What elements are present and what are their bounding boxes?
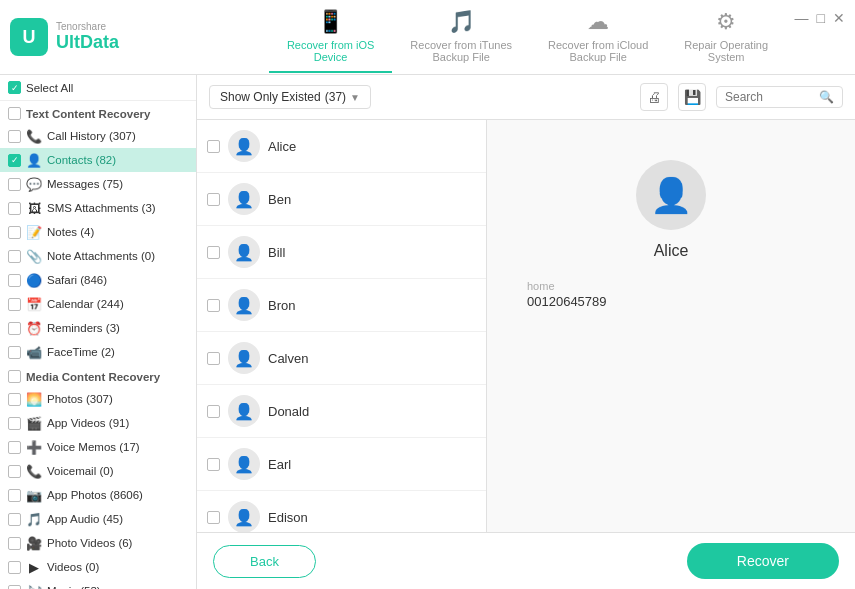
select-all-item[interactable]: ✓ Select All (0, 75, 196, 101)
contact-row-edison[interactable]: 👤 Edison (197, 491, 486, 532)
show-only-button[interactable]: Show Only Existed (37) ▼ (209, 85, 371, 109)
sidebar-item-photo-videos[interactable]: 🎥 Photo Videos (6) (0, 531, 196, 555)
app-photos-checkbox[interactable] (8, 489, 21, 502)
tab-repair[interactable]: ⚙ Repair OperatingSystem (666, 1, 786, 73)
export-icon: 💾 (684, 89, 701, 105)
contact-row-alice[interactable]: 👤 Alice (197, 120, 486, 173)
note-attach-checkbox[interactable] (8, 250, 21, 263)
reminders-label: Reminders (3) (47, 322, 120, 334)
sidebar-item-photos[interactable]: 🌅 Photos (307) (0, 387, 196, 411)
tab-icloud[interactable]: ☁ Recover from iCloudBackup File (530, 1, 666, 73)
contact-bron-checkbox[interactable] (207, 299, 220, 312)
tab-ios[interactable]: 📱 Recover from iOSDevice (269, 1, 392, 73)
videos-label: Videos (0) (47, 561, 99, 573)
maximize-button[interactable]: □ (817, 10, 825, 26)
notes-icon: 📝 (26, 224, 42, 240)
sidebar-item-contacts[interactable]: ✓ 👤 Contacts (82) (0, 148, 196, 172)
main-layout: ✓ Select All Text Content Recovery 📞 Cal… (0, 75, 855, 589)
back-button[interactable]: Back (213, 545, 316, 578)
voice-memos-checkbox[interactable] (8, 441, 21, 454)
voicemail-checkbox[interactable] (8, 465, 21, 478)
sidebar-item-calendar[interactable]: 📅 Calendar (244) (0, 292, 196, 316)
contacts-checkbox[interactable]: ✓ (8, 154, 21, 167)
sidebar-item-call-history[interactable]: 📞 Call History (307) (0, 124, 196, 148)
header: U Tenorshare UltData 📱 Recover from iOSD… (0, 0, 855, 75)
sidebar-item-videos[interactable]: ▶ Videos (0) (0, 555, 196, 579)
app-videos-icon: 🎬 (26, 415, 42, 431)
sidebar-item-facetime[interactable]: 📹 FaceTime (2) (0, 340, 196, 364)
contact-calven-avatar: 👤 (228, 342, 260, 374)
sidebar-item-sms-attachments[interactable]: 🖼 SMS Attachments (3) (0, 196, 196, 220)
recover-button[interactable]: Recover (687, 543, 839, 579)
messages-icon: 💬 (26, 176, 42, 192)
safari-label: Safari (846) (47, 274, 107, 286)
close-button[interactable]: ✕ (833, 10, 845, 26)
voice-memos-icon: ➕ (26, 439, 42, 455)
call-history-checkbox[interactable] (8, 130, 21, 143)
sidebar-item-app-audio[interactable]: 🎵 App Audio (45) (0, 507, 196, 531)
select-all-checkbox[interactable]: ✓ (8, 81, 21, 94)
contact-row-earl[interactable]: 👤 Earl (197, 438, 486, 491)
contact-bill-checkbox[interactable] (207, 246, 220, 259)
contact-ben-checkbox[interactable] (207, 193, 220, 206)
contact-row-bill[interactable]: 👤 Bill (197, 226, 486, 279)
print-button[interactable]: 🖨 (640, 83, 668, 111)
voice-memos-label: Voice Memos (17) (47, 441, 140, 453)
photo-videos-icon: 🎥 (26, 535, 42, 551)
voicemail-label: Voicemail (0) (47, 465, 113, 477)
contact-row-bron[interactable]: 👤 Bron (197, 279, 486, 332)
contact-earl-checkbox[interactable] (207, 458, 220, 471)
messages-checkbox[interactable] (8, 178, 21, 191)
sidebar-item-note-attachments[interactable]: 📎 Note Attachments (0) (0, 244, 196, 268)
contact-bron-name: Bron (268, 298, 295, 313)
sidebar-item-voicemail[interactable]: 📞 Voicemail (0) (0, 459, 196, 483)
music-checkbox[interactable] (8, 585, 21, 590)
sms-attach-checkbox[interactable] (8, 202, 21, 215)
photos-checkbox[interactable] (8, 393, 21, 406)
sidebar-item-app-photos[interactable]: 📷 App Photos (8606) (0, 483, 196, 507)
search-icon: 🔍 (819, 90, 834, 104)
voicemail-icon: 📞 (26, 463, 42, 479)
export-button[interactable]: 💾 (678, 83, 706, 111)
sidebar-item-music[interactable]: 🎶 Music (53) (0, 579, 196, 589)
safari-checkbox[interactable] (8, 274, 21, 287)
contact-row-ben[interactable]: 👤 Ben (197, 173, 486, 226)
contacts-icon: 👤 (26, 152, 42, 168)
sidebar-item-app-videos[interactable]: 🎬 App Videos (91) (0, 411, 196, 435)
section-media-checkbox[interactable] (8, 370, 21, 383)
facetime-checkbox[interactable] (8, 346, 21, 359)
videos-checkbox[interactable] (8, 561, 21, 574)
sidebar-item-notes[interactable]: 📝 Notes (4) (0, 220, 196, 244)
music-label: Music (53) (47, 585, 101, 589)
tab-itunes[interactable]: 🎵 Recover from iTunesBackup File (392, 1, 530, 73)
contact-calven-checkbox[interactable] (207, 352, 220, 365)
app-audio-checkbox[interactable] (8, 513, 21, 526)
note-attach-icon: 📎 (26, 248, 42, 264)
music-icon: 🎶 (26, 583, 42, 589)
calendar-checkbox[interactable] (8, 298, 21, 311)
section-text-checkbox[interactable] (8, 107, 21, 120)
app-videos-checkbox[interactable] (8, 417, 21, 430)
sidebar-item-safari[interactable]: 🔵 Safari (846) (0, 268, 196, 292)
sidebar-item-messages[interactable]: 💬 Messages (75) (0, 172, 196, 196)
detail-name: Alice (654, 242, 689, 260)
contact-row-calven[interactable]: 👤 Calven (197, 332, 486, 385)
contact-alice-name: Alice (268, 139, 296, 154)
app-photos-label: App Photos (8606) (47, 489, 143, 501)
notes-checkbox[interactable] (8, 226, 21, 239)
photo-videos-checkbox[interactable] (8, 537, 21, 550)
reminders-checkbox[interactable] (8, 322, 21, 335)
app-photos-icon: 📷 (26, 487, 42, 503)
contact-alice-checkbox[interactable] (207, 140, 220, 153)
contact-row-donald[interactable]: 👤 Donald (197, 385, 486, 438)
minimize-button[interactable]: — (795, 10, 809, 26)
search-input[interactable] (725, 90, 815, 104)
toolbar: Show Only Existed (37) ▼ 🖨 💾 🔍 (197, 75, 855, 120)
sidebar-item-reminders[interactable]: ⏰ Reminders (3) (0, 316, 196, 340)
section-text-content: Text Content Recovery (0, 101, 196, 124)
sidebar: ✓ Select All Text Content Recovery 📞 Cal… (0, 75, 197, 589)
contact-edison-checkbox[interactable] (207, 511, 220, 524)
product-name: UltData (56, 32, 119, 53)
contact-donald-checkbox[interactable] (207, 405, 220, 418)
sidebar-item-voice-memos[interactable]: ➕ Voice Memos (17) (0, 435, 196, 459)
